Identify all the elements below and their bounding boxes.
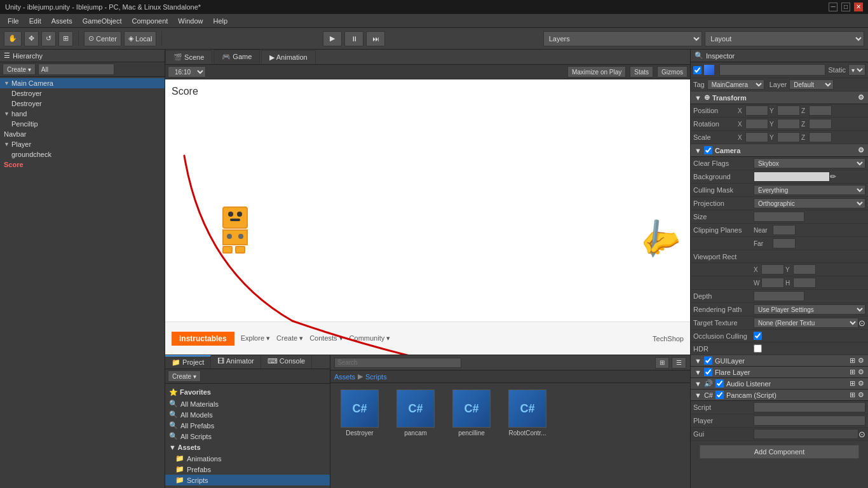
rot-z-input[interactable]: 0 [809,119,832,129]
maximize-on-play-btn[interactable]: Maximize on Play [567,66,626,78]
community-nav-btn[interactable]: Community ▾ [349,334,391,342]
menu-item-edit[interactable]: Edit [24,16,46,26]
scale-z-input[interactable]: 1 [809,132,832,142]
project-tab[interactable]: 📁 Project [165,355,211,369]
rot-y-input[interactable]: 0 [777,119,800,129]
asset-robotcontr[interactable]: C# RobotContr... [502,387,553,439]
assets-tree-sprites[interactable]: 📁 Sprites [165,485,330,488]
camera-settings-icon[interactable]: ⚙ [858,146,864,154]
explore-nav-btn[interactable]: Explore ▾ [241,334,270,342]
guilayer-checkbox[interactable] [704,356,712,365]
create-nav-btn[interactable]: Create ▾ [276,334,303,342]
depth-input[interactable]: -1 [754,291,804,301]
gui-field-input[interactable]: Score (GUIText) [754,429,858,439]
menu-item-component[interactable]: Component [126,16,173,26]
local-btn[interactable]: ◈ Local [124,31,156,46]
tab-animation[interactable]: ▶ Animation [261,50,315,64]
move-tool-btn[interactable]: ✥ [24,31,39,46]
contests-nav-btn[interactable]: Contests ▾ [309,334,342,342]
hierarchy-item-groundcheck[interactable]: groundcheck [0,149,165,159]
culling-mask-select[interactable]: Everything [754,185,865,195]
far-input[interactable]: 1000 [773,238,796,248]
animator-tab[interactable]: 🎞 Animator [211,355,261,369]
tab-scene[interactable]: 🎬 Scene [165,50,212,64]
gizmos-btn[interactable]: Gizmos [657,66,688,78]
fav-all-scripts[interactable]: 🔍 All Scripts [165,431,330,442]
hierarchy-search[interactable] [38,64,114,75]
flarelayer-copy-icon[interactable]: ⊞ [850,368,855,376]
pos-z-input[interactable]: -10 [809,105,832,116]
gui-picker-btn[interactable]: ⊙ [858,430,865,439]
assets-list-btn[interactable]: ☰ [672,357,686,369]
breadcrumb-scripts[interactable]: Scripts [365,373,387,381]
assets-grid-btn[interactable]: ⊞ [655,357,669,369]
minimize-btn[interactable]: ─ [829,3,837,11]
stats-btn[interactable]: Stats [630,66,653,78]
flarelayer-checkbox[interactable] [704,368,712,376]
project-create-btn[interactable]: Create ▾ [168,370,201,382]
size-input[interactable]: 5 [754,212,804,222]
object-active-checkbox[interactable] [693,66,702,74]
rotate-tool-btn[interactable]: ↺ [41,31,56,46]
transform-settings-icon[interactable]: ⚙ [858,93,864,102]
pancam-checkbox[interactable] [715,391,724,399]
hierarchy-create-btn[interactable]: Create ▾ [3,64,36,75]
menu-item-file[interactable]: File [3,16,24,26]
assets-tree-animations[interactable]: 📁 Animations [165,453,330,464]
assets-search-input[interactable] [334,358,461,368]
vp-y-input[interactable]: 0 [793,264,816,274]
hierarchy-item-score[interactable]: Score [0,159,165,170]
vp-x-input[interactable]: 0 [761,264,784,274]
target-texture-picker-btn[interactable]: ⊙ [858,318,865,328]
asset-pancam[interactable]: C# pancam [390,387,441,439]
asset-pencilline[interactable]: C# pencilline [446,387,497,439]
asset-destroyer[interactable]: C# Destroyer [334,387,385,439]
maximize-btn[interactable]: □ [841,3,850,11]
center-btn[interactable]: ⊙ Center [84,31,121,46]
background-color-swatch[interactable] [754,172,830,182]
console-tab[interactable]: ⌨ Console [261,355,312,369]
vp-h-input[interactable]: 1 [793,278,816,288]
hierarchy-item-destroyer1[interactable]: Destroyer [0,88,165,98]
tag-select[interactable]: MainCamera [707,79,764,90]
assets-tree-prefabs[interactable]: 📁 Prefabs [165,464,330,475]
flarelayer-settings-icon[interactable]: ⚙ [858,368,864,376]
guilayer-settings-icon[interactable]: ⚙ [858,356,864,365]
audiolistener-copy-icon[interactable]: ⊞ [850,379,855,388]
clear-flags-select[interactable]: Skybox [754,158,865,168]
pos-x-input[interactable]: 0 [745,105,768,116]
menu-item-window[interactable]: Window [173,16,208,26]
rot-x-input[interactable]: 0 [745,119,768,129]
pause-btn[interactable]: ⏸ [344,31,363,46]
window-controls[interactable]: ─ □ ✕ [829,3,863,11]
layer-select[interactable]: Default [789,79,834,90]
menu-item-gameobject[interactable]: GameObject [78,16,127,26]
pancam-copy-icon[interactable]: ⊞ [850,391,855,399]
hierarchy-item-player[interactable]: ▼ Player [0,139,165,149]
fav-all-models[interactable]: 🔍 All Models [165,409,330,420]
instructables-logo-btn[interactable]: instructables [172,332,234,346]
scale-y-input[interactable]: 1 [777,132,800,142]
tab-game[interactable]: 🎮 Game [214,50,260,64]
hierarchy-item-destroyer2[interactable]: Destroyer [0,98,165,109]
target-texture-select[interactable]: None (Render Textu [754,318,858,328]
hdr-checkbox[interactable] [754,344,762,353]
script-field-input[interactable]: pancam [754,402,865,412]
play-btn[interactable]: ▶ [323,31,342,46]
breadcrumb-assets[interactable]: Assets [334,373,355,381]
scale-tool-btn[interactable]: ⊞ [58,31,73,46]
hierarchy-item-hand[interactable]: ▼ hand [0,109,165,119]
vp-w-input[interactable]: 1 [761,278,784,288]
add-component-btn[interactable]: Add Component [700,445,859,459]
background-picker-btn[interactable]: ✏ [830,172,836,181]
hierarchy-item-maincamera[interactable]: ▼ Main Camera [0,78,165,88]
object-name-input[interactable]: Main Camera [719,64,825,76]
fav-all-prefabs[interactable]: 🔍 All Prefabs [165,420,330,431]
menu-item-help[interactable]: Help [208,16,233,26]
scale-x-input[interactable]: 1 [745,132,768,142]
camera-enabled-checkbox[interactable] [704,146,712,154]
hierarchy-item-navbar[interactable]: Navbar [0,129,165,139]
static-dropdown[interactable]: ▾ [848,64,865,76]
assets-tree-scripts[interactable]: 📁 Scripts [165,475,330,485]
near-input[interactable]: 0.3 [773,225,796,235]
